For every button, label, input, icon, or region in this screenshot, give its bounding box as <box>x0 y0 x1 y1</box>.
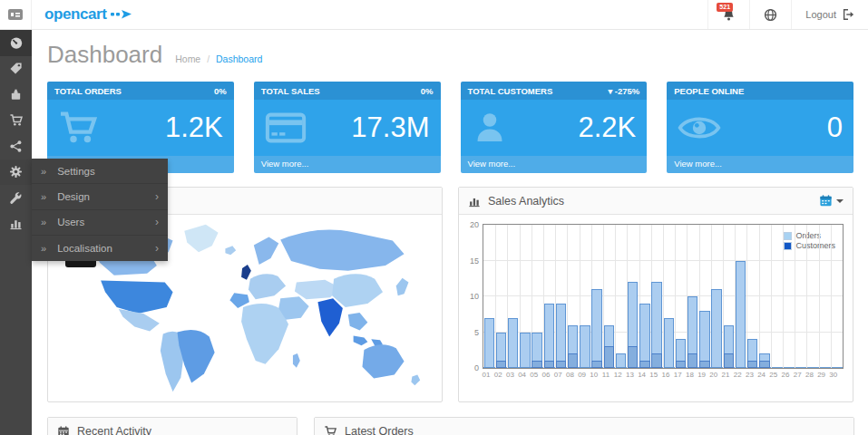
chart-range-dropdown[interactable] <box>819 194 844 208</box>
credit-card-icon <box>265 111 307 144</box>
logout-label: Logout <box>805 9 836 20</box>
customers-bar-23[interactable] <box>747 361 758 368</box>
marketing-share-icon <box>9 140 23 153</box>
tile-title: TOTAL CUSTOMERS <box>468 86 553 96</box>
tile-people-online: PEOPLE ONLINE 0 View more... <box>667 82 853 173</box>
expander-icon: » <box>41 166 46 177</box>
sidebar-item-system[interactable] <box>0 160 32 186</box>
flyout-item-users[interactable]: » Users › <box>32 210 168 236</box>
panel-title: Sales Analytics <box>488 195 564 208</box>
orders-bar-14[interactable] <box>639 304 650 368</box>
user-icon <box>472 110 508 146</box>
orders-bar-07[interactable] <box>556 304 567 368</box>
customers-bar-06[interactable] <box>544 361 555 368</box>
flyout-item-label: Users <box>57 217 84 227</box>
customers-bar-10[interactable] <box>591 361 602 368</box>
shopping-cart-icon <box>324 425 337 435</box>
bar-chart-icon <box>468 195 481 208</box>
tile-title: TOTAL SALES <box>261 86 320 96</box>
logout-icon <box>842 8 854 21</box>
opencart-logo-text: opencart <box>44 5 107 24</box>
tile-delta: 0% <box>421 86 434 96</box>
stores-button[interactable] <box>749 0 791 29</box>
tools-wrench-icon <box>9 191 23 205</box>
flyout-item-settings[interactable]: » Settings <box>32 159 168 184</box>
flyout-shadow-tab <box>65 261 96 267</box>
sidebar-item-dashboard[interactable] <box>0 30 32 56</box>
sidebar-item-sales[interactable] <box>0 108 32 134</box>
stat-tiles: TOTAL ORDERS 0% 1.2K View more... TOTAL … <box>47 82 853 173</box>
opencart-logo[interactable]: opencart <box>32 0 145 29</box>
chart-y-axis-labels: 05101520 <box>463 224 481 371</box>
customers-bar-11[interactable] <box>604 346 615 368</box>
shopping-cart-icon <box>58 110 100 146</box>
view-more-link[interactable]: View more... <box>254 156 441 173</box>
expander-icon: » <box>41 191 46 202</box>
orders-bar-06[interactable] <box>544 304 555 368</box>
flyout-item-design[interactable]: » Design › <box>32 184 168 209</box>
breadcrumb-home[interactable]: Home <box>175 53 200 64</box>
view-more-link[interactable]: View more... <box>461 156 648 173</box>
chevron-right-icon: › <box>155 216 159 228</box>
flyout-item-localisation[interactable]: » Localisation › <box>32 236 168 261</box>
orders-bar-16[interactable] <box>664 318 675 368</box>
orders-bar-09[interactable] <box>580 325 590 368</box>
sidebar-item-catalog[interactable] <box>0 56 32 82</box>
customers-bar-21[interactable] <box>724 353 735 368</box>
customers-bar-18[interactable] <box>688 353 698 368</box>
view-more-link[interactable]: View more... <box>667 156 853 173</box>
flyout-item-label: Localisation <box>57 243 112 254</box>
customers-bar-07[interactable] <box>556 361 567 368</box>
chart-x-axis-labels: 0102030405060708091011121314151617181920… <box>483 369 844 382</box>
sales-cart-icon <box>9 113 24 127</box>
top-bar: opencart 521 Logout <box>0 0 868 30</box>
sales-analytics-panel: Sales Analytics <box>458 187 853 402</box>
customers-bar-19[interactable] <box>699 361 710 368</box>
breadcrumb-separator: / <box>207 53 210 64</box>
legend-item-orders: Orders <box>784 231 835 240</box>
chevron-down-icon <box>836 199 844 203</box>
notifications-button[interactable]: 521 <box>707 0 749 29</box>
customers-bar-02[interactable] <box>496 361 507 368</box>
sidebar-item-reports[interactable] <box>0 211 32 237</box>
orders-bar-04[interactable] <box>520 333 531 369</box>
customers-bar-05[interactable] <box>532 361 542 368</box>
orders-bar-01[interactable] <box>484 318 495 368</box>
flyout-item-label: Settings <box>57 166 95 177</box>
calendar-icon <box>57 425 70 435</box>
tile-value: 0 <box>827 111 843 144</box>
breadcrumb-current[interactable]: Dashboard <box>216 53 262 64</box>
dashboard-gauge-icon <box>9 35 24 50</box>
logout-button[interactable]: Logout <box>791 0 868 29</box>
sidebar-item-marketing[interactable] <box>0 133 32 160</box>
flyout-item-label: Design <box>57 191 90 202</box>
tile-delta: 0% <box>214 86 227 96</box>
customers-bar-08[interactable] <box>568 353 579 368</box>
orders-bar-22[interactable] <box>736 261 746 369</box>
eye-icon <box>678 112 721 143</box>
orders-bar-10[interactable] <box>591 289 602 368</box>
orders-bar-03[interactable] <box>508 318 519 368</box>
customers-bar-15[interactable] <box>651 353 662 368</box>
menu-toggle-button[interactable] <box>0 0 32 29</box>
sales-analytics-chart[interactable]: OrdersCustomers <box>483 224 844 369</box>
orders-bar-12[interactable] <box>616 353 627 368</box>
customers-bar-17[interactable] <box>676 361 687 368</box>
customers-bar-24[interactable] <box>759 361 770 368</box>
tile-value: 2.2K <box>578 111 636 144</box>
tile-value: 17.3M <box>351 111 429 144</box>
notification-badge: 521 <box>717 3 733 12</box>
orders-bar-20[interactable] <box>711 289 722 368</box>
system-flyout-menu: » Settings » Design › » Users › » Locali… <box>32 159 168 261</box>
tile-total-customers: TOTAL CUSTOMERS ▾ -275% 2.2K View more..… <box>461 82 648 173</box>
legend-item-customers: Customers <box>784 241 835 250</box>
latest-orders-panel: Latest Orders <box>314 417 854 435</box>
orders-bar-19[interactable] <box>699 311 710 368</box>
legend-swatch <box>784 232 792 240</box>
tile-delta: ▾ -275% <box>608 86 639 96</box>
customers-bar-13[interactable] <box>628 346 639 368</box>
sidebar-item-tools[interactable] <box>0 185 32 211</box>
sidebar-item-extensions[interactable] <box>0 82 32 108</box>
customers-bar-14[interactable] <box>639 361 650 368</box>
tile-total-sales: TOTAL SALES 0% 17.3M View more... <box>254 82 441 173</box>
